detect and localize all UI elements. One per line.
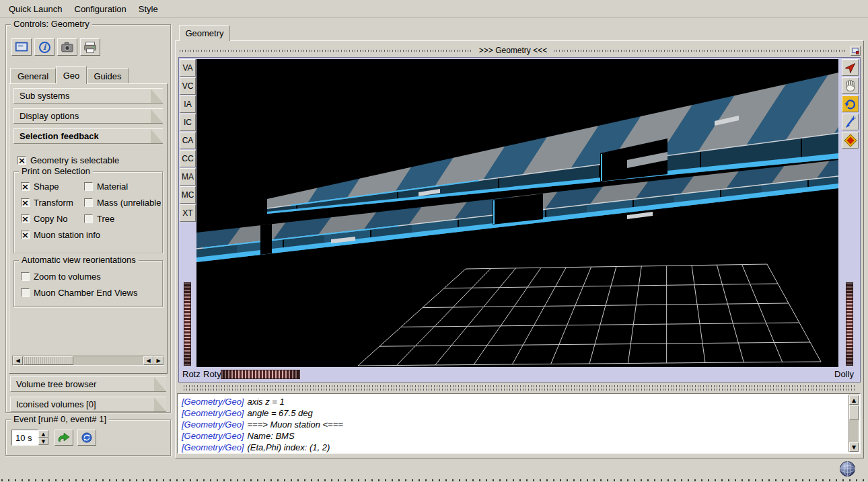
message-vscrollbar[interactable]	[848, 395, 859, 452]
pick-mode-button[interactable]	[842, 59, 859, 76]
main-tab-panel: >>> Geometry <<< VA VC IA IC CA CC MA MC…	[175, 40, 864, 458]
auto-view-group: Automatic view reorientations Zoom to vo…	[13, 260, 163, 307]
checkbox-label: Zoom to volumes	[34, 272, 101, 282]
subsystem-button-xt[interactable]: XT	[180, 204, 196, 222]
section-iconised-volumes[interactable]: Iconised volumes [0]	[10, 397, 166, 412]
message-lines: [Geometry/Geo]axis z = 1 [Geometry/Geo]a…	[182, 396, 846, 453]
checkbox-copy-no[interactable]: Copy No	[21, 214, 68, 224]
menu-style[interactable]: Style	[133, 2, 164, 16]
rotate-view-button[interactable]	[842, 95, 859, 112]
next-event-button[interactable]	[55, 430, 73, 446]
display-settings-button[interactable]	[11, 38, 32, 56]
menu-bar: Quick Launch Configuration Style	[0, 0, 868, 18]
rotate-view-icon	[843, 97, 858, 112]
checkbox-box	[84, 198, 93, 207]
checkbox-material[interactable]: Material	[84, 182, 128, 192]
seek-button[interactable]	[842, 114, 859, 130]
checkbox-tree[interactable]: Tree	[84, 214, 114, 224]
subsystem-button-mc[interactable]: MC	[180, 186, 196, 204]
checkbox-box	[21, 182, 30, 191]
dolly-label: Dolly	[834, 369, 854, 379]
snapshot-button[interactable]	[57, 38, 77, 56]
tab-general[interactable]: General	[10, 68, 56, 83]
checkbox-label: Material	[97, 182, 128, 192]
window-resize-ticks	[1, 479, 867, 481]
info-button[interactable]: i	[34, 38, 55, 56]
scroll-thumb[interactable]	[24, 356, 73, 365]
checkbox-zoom-to-volumes[interactable]: Zoom to volumes	[21, 272, 101, 282]
subsystem-button-ma[interactable]: MA	[180, 168, 196, 186]
check-mark	[22, 200, 29, 206]
event-title: Event [run# 0, event# 1]	[11, 414, 109, 424]
splitter-handle[interactable]	[184, 385, 857, 391]
title-ticks-right	[554, 50, 846, 52]
cruise-mode-button[interactable]	[77, 430, 96, 446]
checkbox-box	[84, 214, 93, 223]
scroll-down-button[interactable]	[849, 442, 859, 452]
spin-up-button[interactable]	[38, 430, 48, 438]
tab-guides[interactable]: Guides	[87, 68, 129, 83]
spinbox-value: 10 s	[15, 433, 32, 443]
dolly-thumbwheel[interactable]	[846, 282, 853, 366]
subsystem-button-va[interactable]: VA	[180, 59, 196, 77]
message-line: [Geometry/Geo]axis z = 1	[182, 396, 846, 407]
checkbox-muon-station-info[interactable]: Muon station info	[21, 230, 100, 240]
section-sub-systems[interactable]: Sub systems	[13, 88, 163, 104]
menu-configuration[interactable]: Configuration	[69, 2, 133, 16]
viewport-3d[interactable]	[196, 59, 838, 367]
subsystem-button-ia[interactable]: IA	[180, 95, 196, 113]
checkbox-mass[interactable]: Mass (unreliable)	[84, 198, 161, 208]
section-label: Sub systems	[20, 91, 69, 101]
event-groupbox: Event [run# 0, event# 1] 10 s	[5, 419, 171, 456]
scroll-left-button-2[interactable]	[143, 356, 153, 365]
subsystem-button-cc[interactable]: CC	[180, 150, 196, 167]
network-status	[838, 460, 857, 478]
tab-geo[interactable]: Geo	[56, 66, 87, 84]
print-button[interactable]	[80, 38, 100, 56]
spinbox-field[interactable]: 10 s	[11, 430, 38, 446]
scroll-left-button[interactable]	[13, 356, 23, 365]
rotx-thumbwheel[interactable]	[184, 282, 191, 366]
message-prefix: [Geometry/Geo]	[182, 419, 244, 430]
rotz-label: Rotz	[182, 369, 201, 379]
message-text: (Eta,Phi) index: (1, 2)	[247, 442, 330, 452]
check-mark	[22, 232, 29, 239]
viewer-title: >>> Geometry <<<	[476, 46, 550, 55]
spin-down-button[interactable]	[38, 438, 48, 445]
controls-hscrollbar[interactable]	[12, 356, 164, 366]
section-selection-feedback[interactable]: Selection feedback	[13, 128, 163, 144]
print-group-title: Print on Selection	[19, 166, 93, 176]
message-prefix: [Geometry/Geo]	[182, 431, 244, 441]
checkbox-shape[interactable]: Shape	[21, 182, 59, 192]
checkbox-geometry-selectable[interactable]: Geometry is selectable	[17, 155, 119, 165]
checkbox-muon-chamber-end-views[interactable]: Muon Chamber End Views	[21, 288, 137, 298]
roty-thumbwheel[interactable]	[221, 370, 300, 379]
checkbox-label: Tree	[97, 214, 114, 224]
subsystem-label: IC	[184, 118, 192, 127]
message-line: [Geometry/Geo]Name: BMS	[182, 430, 846, 442]
main-tab-geometry[interactable]: Geometry	[179, 25, 230, 41]
print-on-selection-group: Print on Selection Shape Material Transf…	[13, 171, 163, 253]
subsystem-button-ic[interactable]: IC	[180, 114, 196, 131]
event-time-spinbox[interactable]: 10 s	[11, 430, 49, 446]
scroll-thumb[interactable]	[849, 405, 859, 420]
scroll-right-button[interactable]	[153, 356, 164, 365]
undock-icon	[851, 46, 860, 55]
undock-button[interactable]	[851, 46, 861, 56]
checkbox-transform[interactable]: Transform	[21, 198, 73, 208]
subsystem-button-vc[interactable]: VC	[180, 77, 196, 95]
checkbox-box	[21, 231, 30, 239]
scroll-up-button[interactable]	[849, 395, 859, 405]
subsystem-button-ca[interactable]: CA	[180, 132, 196, 149]
section-display-options[interactable]: Display options	[13, 108, 163, 124]
subsystem-label: CA	[182, 136, 194, 145]
pick-arrow-icon	[843, 61, 858, 75]
pan-mode-button[interactable]	[842, 77, 859, 94]
network-globe-icon	[838, 460, 857, 478]
menu-quick-launch[interactable]: Quick Launch	[3, 2, 69, 16]
seek-icon	[843, 115, 858, 130]
section-volume-tree-browser[interactable]: Volume tree browser	[10, 376, 166, 392]
message-text: ===> Muon station <===	[247, 419, 342, 430]
camera-icon	[60, 40, 75, 54]
view-all-button[interactable]	[842, 132, 859, 149]
